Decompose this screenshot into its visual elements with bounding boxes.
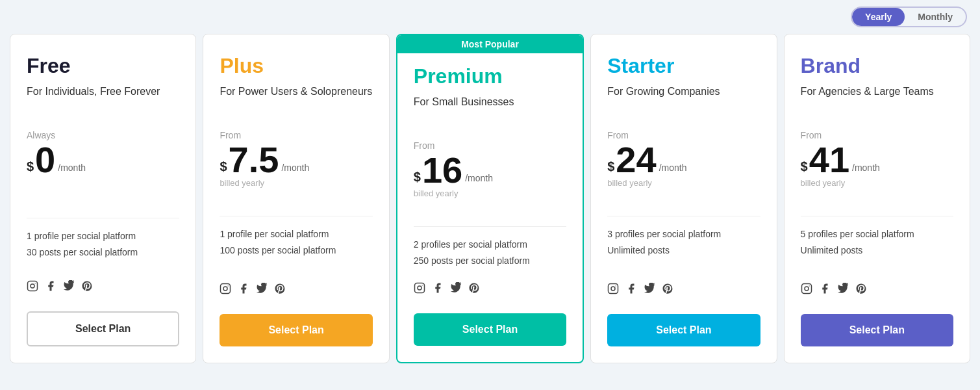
divider-premium	[414, 226, 566, 227]
price-dollar-starter: $	[607, 155, 614, 178]
svg-point-8	[421, 285, 422, 286]
svg-point-4	[223, 287, 227, 291]
svg-point-1	[31, 284, 34, 288]
pinterest-icon	[274, 283, 286, 298]
feature-item: 2 profiles per social platform	[414, 237, 566, 253]
plans-container: FreeFor Individuals, Free ForeverAlways$…	[0, 34, 980, 363]
social-icons-plus	[220, 283, 372, 298]
price-period-starter: /month	[658, 162, 687, 173]
instagram-icon	[414, 282, 425, 297]
plan-name-brand: Brand	[801, 54, 953, 78]
price-dollar-free: $	[27, 155, 34, 178]
price-billed-plus: billed yearly	[220, 178, 372, 188]
select-plan-button-starter[interactable]: Select Plan	[607, 314, 760, 346]
twitter-icon	[644, 283, 655, 298]
twitter-icon	[63, 280, 75, 295]
plan-tagline-brand: For Agencies & Large Teams	[801, 84, 953, 117]
svg-point-10	[611, 287, 615, 291]
svg-rect-12	[801, 284, 811, 294]
instagram-icon	[220, 283, 231, 298]
pinterest-icon	[468, 282, 480, 297]
price-billed-starter: billed yearly	[607, 178, 760, 188]
svg-point-2	[35, 283, 36, 284]
svg-point-11	[616, 286, 616, 287]
price-section-premium: From$16/monthbilled yearly	[414, 140, 566, 211]
social-icons-free	[27, 280, 179, 295]
svg-rect-0	[27, 281, 37, 291]
plan-card-brand: BrandFor Agencies & Large TeamsFrom$41/m…	[784, 34, 970, 363]
twitter-icon	[837, 283, 849, 298]
billing-toggle-bar: Yearly Monthly	[0, 0, 980, 34]
price-row-brand: $41/month	[801, 142, 953, 178]
plan-tagline-starter: For Growing Companies	[607, 84, 760, 117]
price-amount-starter: 24	[616, 142, 656, 178]
pinterest-icon	[662, 283, 673, 298]
select-plan-button-premium[interactable]: Select Plan	[414, 313, 566, 346]
price-amount-premium: 16	[422, 152, 462, 188]
twitter-icon	[256, 283, 268, 298]
feature-item: 250 posts per social platform	[414, 253, 566, 269]
price-period-brand: /month	[851, 162, 880, 173]
price-amount-brand: 41	[809, 142, 849, 178]
svg-rect-6	[414, 283, 424, 293]
price-row-starter: $24/month	[607, 142, 760, 178]
price-section-free: Always$0/month	[27, 130, 179, 203]
features-list-free: 1 profile per social platform30 posts pe…	[27, 228, 179, 267]
feature-item: 5 profiles per social platform	[801, 226, 953, 242]
price-dollar-plus: $	[220, 155, 227, 178]
price-section-starter: From$24/monthbilled yearly	[607, 130, 760, 201]
price-dollar-premium: $	[414, 165, 421, 188]
price-period-premium: /month	[464, 173, 493, 183]
plan-name-premium: Premium	[414, 64, 566, 88]
plan-card-plus: PlusFor Power Users & SolopreneursFrom$7…	[203, 34, 389, 363]
price-section-brand: From$41/monthbilled yearly	[801, 130, 953, 201]
feature-item: 3 profiles per social platform	[607, 226, 760, 242]
divider-brand	[801, 216, 953, 216]
price-period-free: /month	[57, 162, 86, 173]
feature-item: Unlimited posts	[607, 242, 760, 259]
price-section-plus: From$7.5/monthbilled yearly	[220, 130, 372, 201]
facebook-icon	[45, 280, 57, 295]
monthly-toggle[interactable]: Monthly	[905, 8, 966, 26]
price-amount-free: 0	[35, 142, 55, 178]
plan-name-plus: Plus	[220, 54, 372, 78]
divider-starter	[607, 216, 760, 216]
facebook-icon	[625, 283, 637, 298]
feature-item: 30 posts per social platform	[27, 244, 179, 261]
price-amount-plus: 7.5	[229, 142, 279, 178]
social-icons-brand	[801, 283, 953, 298]
instagram-icon	[801, 283, 812, 298]
feature-item: 1 profile per social platform	[27, 228, 179, 244]
yearly-toggle[interactable]: Yearly	[852, 8, 905, 26]
plan-tagline-plus: For Power Users & Solopreneurs	[220, 84, 372, 117]
plan-card-premium: Most PopularPremiumFor Small BusinessesF…	[396, 34, 584, 363]
price-dollar-brand: $	[801, 155, 808, 178]
pinterest-icon	[81, 280, 93, 295]
price-billed-brand: billed yearly	[801, 178, 953, 188]
instagram-icon	[27, 280, 38, 295]
plan-card-starter: StarterFor Growing CompaniesFrom$24/mont…	[590, 34, 777, 363]
svg-rect-9	[609, 284, 618, 294]
divider-plus	[220, 216, 372, 216]
feature-item: 1 profile per social platform	[220, 226, 372, 242]
most-popular-badge: Most Popular	[397, 35, 583, 53]
svg-point-14	[809, 286, 809, 287]
divider-free	[27, 218, 179, 218]
select-plan-button-free[interactable]: Select Plan	[27, 311, 179, 346]
svg-point-7	[418, 286, 421, 290]
plan-name-starter: Starter	[607, 54, 760, 78]
svg-point-13	[805, 287, 809, 291]
price-billed-premium: billed yearly	[414, 188, 566, 198]
billing-toggle[interactable]: Yearly Monthly	[851, 6, 967, 27]
facebook-icon	[432, 282, 444, 297]
price-period-plus: /month	[280, 162, 309, 173]
plan-tagline-premium: For Small Businesses	[414, 95, 566, 127]
social-icons-starter	[607, 283, 760, 298]
facebook-icon	[238, 283, 249, 298]
select-plan-button-plus[interactable]: Select Plan	[220, 314, 372, 346]
select-plan-button-brand[interactable]: Select Plan	[801, 314, 953, 346]
plan-name-free: Free	[27, 54, 179, 78]
features-list-starter: 3 profiles per social platformUnlimited …	[607, 226, 760, 270]
price-row-plus: $7.5/month	[220, 142, 372, 178]
feature-item: Unlimited posts	[801, 242, 953, 259]
